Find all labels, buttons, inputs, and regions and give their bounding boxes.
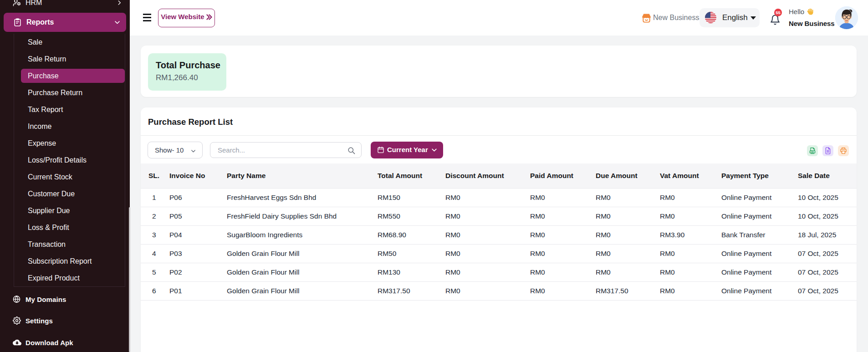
svg-text:CSV: CSV	[811, 151, 814, 153]
